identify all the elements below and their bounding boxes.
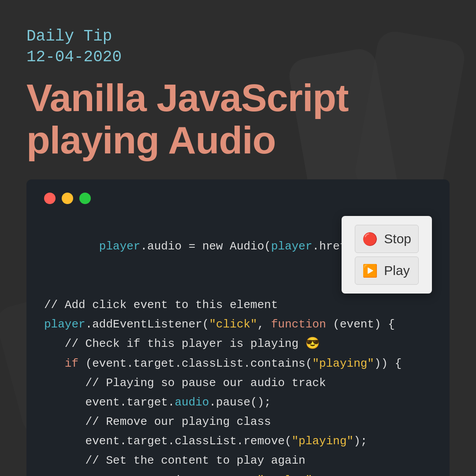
close-dot[interactable] [44, 193, 56, 204]
code-line-6: if (event.target.classList.contains("pla… [44, 354, 432, 373]
code-line-9: // Remove our playing class [44, 412, 432, 431]
daily-tip-line1: Daily Tip [26, 27, 112, 45]
code-line-3: // Add click event to this element [44, 295, 432, 315]
window-controls [44, 193, 432, 204]
minimize-dot[interactable] [62, 193, 73, 204]
code-line-11: // Set the content to play again [44, 451, 432, 470]
stop-button[interactable]: 🔴 Stop [355, 225, 419, 253]
daily-tip-header: Daily Tip 12-04-2020 [26, 26, 450, 68]
code-line-7: // Playing so pause our audio track [44, 373, 432, 393]
play-button[interactable]: ▶️ Play [355, 257, 419, 285]
title-line2: playing Audio [26, 118, 276, 162]
page-title: Vanilla JavaScript playing Audio [26, 77, 450, 162]
stop-icon: 🔴 [362, 232, 378, 246]
code-line-12: event.target.innerText = "► Play"; [44, 471, 432, 476]
code-line-10: event.target.classList.remove("playing")… [44, 431, 432, 451]
title-line1: Vanilla JavaScript [26, 76, 348, 119]
daily-tip-date: 12-04-2020 [26, 48, 122, 66]
stop-label: Stop [384, 231, 411, 246]
code-line-4: player.addEventListener("click", functio… [44, 315, 432, 334]
play-label: Play [384, 263, 409, 278]
media-popup: 🔴 Stop ▶️ Play [342, 216, 432, 294]
maximize-dot[interactable] [79, 193, 91, 204]
play-icon: ▶️ [362, 264, 378, 278]
code-line-8: event.target.audio.pause(); [44, 393, 432, 412]
code-line-5: // Check if this player is playing 😎 [44, 334, 432, 353]
